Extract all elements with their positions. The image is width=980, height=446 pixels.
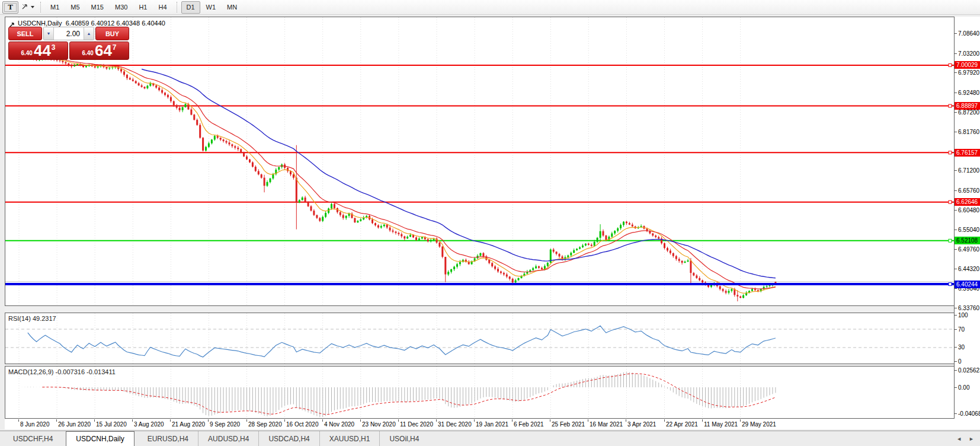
date-label: 26 Jun 2020 [58, 421, 91, 428]
ask-price-sup: 7 [113, 43, 117, 52]
timeframe-m15[interactable]: M15 [86, 1, 109, 14]
chart-title: USDCNH,Daily 6.40859 6.40912 6.40348 6.4… [18, 20, 165, 27]
price-pane[interactable] [5, 17, 955, 306]
timeframe-w1[interactable]: W1 [201, 1, 222, 14]
date-label: 16 Mar 2021 [590, 421, 623, 428]
date-label: 25 Feb 2021 [552, 421, 585, 428]
timeframe-m30[interactable]: M30 [110, 1, 133, 14]
tab-scroll-arrows: ◄ ► [956, 431, 974, 446]
toolbar-separator [40, 2, 41, 12]
date-label: 16 Oct 2020 [286, 421, 318, 428]
date-tick [170, 419, 171, 422]
text-tool-button[interactable]: T [2, 1, 18, 14]
price-tick-label: 6.92480 [955, 88, 979, 97]
timeframe-m1[interactable]: M1 [45, 1, 65, 14]
volume-input[interactable]: 2.00 [54, 27, 84, 40]
rsi-pane[interactable]: RSI(14) 49.2317 [5, 313, 955, 364]
date-tick [208, 419, 209, 422]
rsi-canvas [5, 313, 954, 364]
buy-button[interactable]: BUY [95, 27, 129, 40]
tab-eurusd-h4[interactable]: EURUSD,H4 [138, 431, 198, 446]
arrows-tool-button[interactable] [20, 1, 35, 14]
toolbar-separator [177, 2, 178, 12]
mt4-terminal: { "toolbar": { "text_tool": "T", "timefr… [0, 0, 980, 446]
date-tick [94, 419, 95, 422]
date-label: 9 Sep 2020 [210, 421, 240, 428]
date-label: 11 Dec 2020 [400, 421, 433, 428]
pane-splitter[interactable] [5, 306, 955, 313]
price-axis[interactable]: 7.086407.032006.979206.924806.872006.817… [954, 17, 980, 419]
date-tick [284, 419, 285, 422]
price-line-badge[interactable]: 6.62646 [955, 198, 980, 206]
tab-audusd-h4[interactable]: AUDUSD,H4 [198, 431, 258, 446]
arrows-icon [21, 2, 29, 12]
price-tick-label: 7.08640 [955, 30, 979, 38]
timeframe-h1[interactable]: H1 [133, 1, 152, 14]
price-line-badge[interactable]: 7.00029 [955, 61, 980, 69]
tab-xauusd-h1[interactable]: XAUUSD,H1 [319, 431, 380, 446]
date-tick [550, 419, 550, 422]
chart-window: USDCNH,Daily 6.40859 6.40912 6.40348 6.4… [5, 17, 980, 429]
bid-price-big: 44 [34, 43, 51, 58]
macd-label: MACD(12,26,9) -0.007316 -0.013411 [8, 368, 116, 375]
ask-price-prefix: 6.40 [82, 50, 93, 56]
price-tick-label: 100 [955, 311, 968, 320]
price-tick-label: 0.025623 [955, 367, 980, 375]
price-tick-label: 6.44320 [955, 265, 979, 273]
tab-usdchf-h4[interactable]: USDCHF,H4 [4, 431, 62, 446]
date-label: 22 Apr 2021 [666, 421, 698, 428]
price-line-badge[interactable]: 6.88897 [955, 102, 980, 110]
date-label: 4 Nov 2020 [324, 421, 354, 428]
tab-scroll-left-icon[interactable]: ◄ [956, 436, 962, 442]
date-label: 11 May 2021 [704, 421, 738, 428]
date-label: 3 Aug 2020 [134, 421, 164, 428]
chart-title-symbol: USDCNH,Daily [18, 20, 62, 27]
price-tick-label: 7.03200 [955, 49, 979, 58]
date-label: 31 Dec 2020 [438, 421, 472, 428]
date-tick [436, 419, 437, 422]
date-label: 23 Nov 2020 [362, 421, 396, 428]
rsi-label: RSI(14) 49.2317 [8, 315, 56, 322]
price-tick-label: 6.71200 [955, 167, 979, 175]
date-label: 3 Apr 2021 [627, 421, 656, 428]
price-tick-label: -0.040687 [955, 409, 980, 418]
price-tick-label: 6.65760 [955, 187, 979, 195]
volume-increase-button[interactable]: ▲ [84, 27, 94, 40]
price-tick-label: 6.60480 [955, 206, 979, 214]
timeframe-mn[interactable]: MN [222, 1, 242, 14]
bid-price-prefix: 6.40 [21, 50, 32, 56]
chart-tab-bar: USDCHF,H4 USDCNH,Daily EURUSD,H4 AUDUSD,… [0, 431, 980, 446]
macd-pane[interactable]: MACD(12,26,9) -0.007316 -0.013411 [5, 366, 955, 419]
date-tick [360, 419, 361, 422]
otc-top-row: SELL ▼ 2.00 ▲ BUY [8, 27, 129, 40]
date-axis[interactable]: 8 Jun 202026 Jun 202015 Jul 20203 Aug 20… [5, 419, 955, 429]
bid-price-tile[interactable]: 6.40443 [8, 42, 68, 60]
date-label: 6 Feb 2021 [514, 421, 544, 428]
volume-spinner: ▼ 2.00 ▲ [43, 27, 94, 40]
ask-price-tile[interactable]: 6.40647 [69, 42, 129, 60]
date-tick [56, 419, 57, 422]
price-line-badge[interactable]: 6.52108 [955, 237, 980, 244]
one-click-trading-panel: SELL ▼ 2.00 ▲ BUY 6.40443 6.40647 [8, 27, 129, 60]
timeframe-m5[interactable]: M5 [65, 1, 85, 14]
tab-usoil-h4[interactable]: USOil,H4 [379, 431, 428, 446]
price-line-badge[interactable]: 6.76157 [955, 149, 980, 157]
date-tick [18, 419, 19, 422]
price-tick-label: 0.00 [955, 383, 969, 391]
timeframe-h4[interactable]: H4 [153, 1, 172, 14]
price-tick-label: 6.49760 [955, 245, 979, 253]
timeframe-d1[interactable]: D1 [181, 1, 200, 14]
tab-usdcnh-daily[interactable]: USDCNH,Daily [66, 431, 134, 446]
tab-usdcad-h4[interactable]: USDCAD,H4 [258, 431, 319, 446]
price-tick-label: 30 [955, 343, 965, 352]
top-toolbar: T M1 M5 M15 M30 H1 H4 D1 W1 MN [0, 0, 980, 15]
tab-scroll-right-icon[interactable]: ► [969, 436, 974, 442]
date-tick [474, 419, 475, 422]
price-tick-label: 0 [955, 357, 962, 365]
sell-button[interactable]: SELL [8, 27, 42, 40]
date-tick [702, 419, 703, 422]
date-tick [664, 419, 665, 422]
date-tick [512, 419, 513, 422]
volume-decrease-button[interactable]: ▼ [44, 27, 54, 40]
price-line-badge[interactable]: 6.40244 [955, 281, 980, 288]
